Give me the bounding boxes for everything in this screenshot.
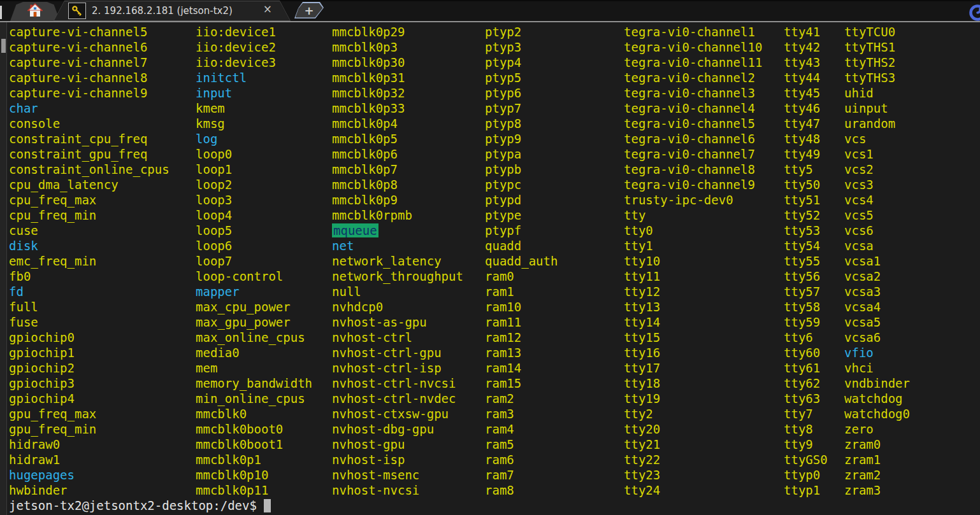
file-entry: gpu_freq_min xyxy=(9,421,96,437)
file-listing-column: mmcblk0p29mmcblk0p3mmcblk0p30mmcblk0p31m… xyxy=(332,24,463,498)
file-entry: vcsa5 xyxy=(844,314,881,330)
file-entry: net xyxy=(332,238,354,253)
file-entry: mmcblk0p4 xyxy=(332,116,398,131)
file-entry: tty7 xyxy=(784,406,813,421)
file-entry: zero xyxy=(844,421,874,437)
file-entry: vndbinder xyxy=(844,376,910,391)
file-entry: tty53 xyxy=(784,223,820,238)
file-entry: mmcblk0 xyxy=(196,406,247,421)
file-entry: ram4 xyxy=(485,421,514,437)
file-entry: tegra-vi0-channel3 xyxy=(624,85,755,101)
file-entry: input xyxy=(196,85,232,101)
text-cursor xyxy=(264,499,271,512)
file-entry: mmcblk0p3 xyxy=(332,39,398,55)
file-entry: fb0 xyxy=(9,269,31,284)
file-entry: vfio xyxy=(844,345,874,360)
file-entry: uinput xyxy=(844,101,888,116)
file-entry: full xyxy=(9,299,38,314)
file-entry: ram13 xyxy=(485,345,521,360)
new-tab-button[interactable]: + xyxy=(294,2,324,18)
file-entry: trusty-ipc-dev0 xyxy=(624,192,733,208)
swirl-icon xyxy=(967,3,980,23)
file-entry: loop3 xyxy=(196,192,232,208)
file-entry: quadd_auth xyxy=(485,253,558,269)
file-entry: vcs6 xyxy=(844,223,874,238)
file-entry: mmcblk0p10 xyxy=(196,467,268,483)
file-entry: kmem xyxy=(196,101,225,116)
file-entry: iio:device3 xyxy=(196,55,276,70)
file-entry: hugepages xyxy=(9,467,75,483)
file-entry: tty56 xyxy=(784,269,820,284)
tab-session-label: 2. 192.168.2.181 (jetson-tx2) xyxy=(92,5,233,17)
file-entry: ptyp6 xyxy=(485,85,521,101)
file-entry: ptyp3 xyxy=(485,39,521,55)
file-entry: tty45 xyxy=(784,85,820,101)
shell-prompt: jetson-tx2@jetsontx2-desktop:/dev$ xyxy=(9,498,257,512)
file-entry: mmcblk0p9 xyxy=(332,192,398,208)
file-entry: loop2 xyxy=(196,177,232,192)
file-listing-column: tegra-vi0-channel1tegra-vi0-channel10teg… xyxy=(624,24,762,498)
file-entry: tty18 xyxy=(624,376,660,391)
file-entry: mapper xyxy=(196,284,240,299)
file-entry: ptypc xyxy=(485,177,521,192)
file-entry: fd xyxy=(9,284,24,299)
file-entry: nvhost-ctrl-nvcsi xyxy=(332,376,456,391)
file-entry: nvhost-gpu xyxy=(332,437,405,452)
file-entry: tty10 xyxy=(624,253,660,269)
file-entry: tty43 xyxy=(784,55,820,70)
file-entry: iio:device2 xyxy=(196,39,276,55)
file-entry: tty57 xyxy=(784,284,820,299)
file-entry: ram15 xyxy=(485,376,521,391)
file-entry: emc_freq_min xyxy=(9,253,96,269)
file-entry: ptypf xyxy=(485,223,521,238)
file-entry: tty60 xyxy=(784,345,820,360)
file-entry: capture-vi-channel8 xyxy=(9,70,147,85)
file-entry: media0 xyxy=(196,345,240,360)
scrollbar[interactable] xyxy=(0,22,7,515)
file-entry: tty14 xyxy=(624,314,660,330)
file-entry: ptyp4 xyxy=(485,55,521,70)
file-entry: min_online_cpus xyxy=(196,391,305,406)
tab-session[interactable]: 2. 192.168.2.181 (jetson-tx2) × xyxy=(54,1,291,21)
file-entry: ram0 xyxy=(485,269,514,284)
file-entry: gpiochip1 xyxy=(9,345,75,360)
close-icon[interactable]: × xyxy=(263,4,272,15)
file-entry: loop0 xyxy=(196,146,232,162)
file-entry: tegra-vi0-channel10 xyxy=(624,39,762,55)
file-entry: network_throughput xyxy=(332,269,463,284)
file-entry: gpiochip4 xyxy=(9,391,75,406)
file-entry: tegra-vi0-channel5 xyxy=(624,116,755,131)
file-entry: nvhdcp0 xyxy=(332,299,383,314)
file-entry: vhci xyxy=(844,360,874,376)
scrollbar-thumb[interactable] xyxy=(1,39,6,53)
terminal-screen[interactable]: capture-vi-channel5capture-vi-channel6ca… xyxy=(0,22,980,515)
file-entry: max_cpu_power xyxy=(196,299,291,314)
tab-bar: 2. 192.168.2.181 (jetson-tx2) × + xyxy=(0,0,980,22)
file-entry: vcsa6 xyxy=(844,330,881,345)
file-entry: initctl xyxy=(196,70,247,85)
file-entry: vcsa4 xyxy=(844,299,881,314)
file-entry: vcs2 xyxy=(844,162,874,177)
file-entry: tegra-vi0-channel2 xyxy=(624,70,755,85)
file-entry: tegra-vi0-channel7 xyxy=(624,146,755,162)
file-entry: tty49 xyxy=(784,146,820,162)
file-entry: iio:device1 xyxy=(196,24,276,39)
file-entry: vcs4 xyxy=(844,192,874,208)
tab-home[interactable] xyxy=(10,2,60,21)
file-entry: tty11 xyxy=(624,269,660,284)
file-entry: mmcblk0p11 xyxy=(196,483,268,498)
file-entry: capture-vi-channel5 xyxy=(9,24,147,39)
file-entry: mmcblk0boot1 xyxy=(196,437,283,452)
file-entry: urandom xyxy=(844,116,895,131)
file-entry: tty21 xyxy=(624,437,660,452)
file-entry: ram11 xyxy=(485,314,521,330)
key-icon xyxy=(68,3,86,19)
file-entry: zram2 xyxy=(844,467,881,483)
file-entry: constraint_online_cpus xyxy=(9,162,169,177)
file-entry: tty xyxy=(624,208,645,223)
file-entry: tty51 xyxy=(784,192,820,208)
file-entry: uhid xyxy=(844,85,874,101)
file-entry: tty59 xyxy=(784,314,820,330)
file-entry: hwbinder xyxy=(9,483,68,498)
file-entry: tty62 xyxy=(784,376,820,391)
